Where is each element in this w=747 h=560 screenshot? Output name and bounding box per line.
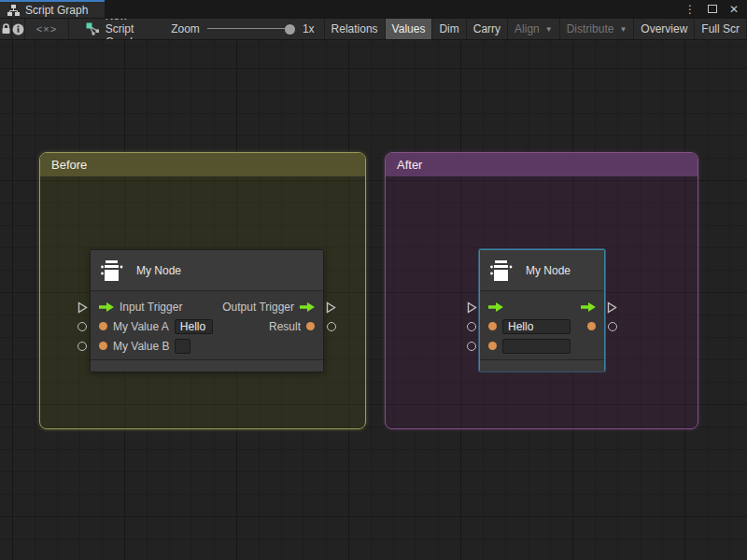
port-row-trigger: Input Trigger Output Trigger [91,297,323,316]
port-label-my-value-a: My Value A [113,320,169,333]
values-button[interactable]: Values [386,19,433,39]
value-output-port-icon[interactable] [587,322,596,330]
code-brackets-icon: <×> [36,23,57,35]
distribute-label: Distribute [567,22,614,35]
lock-icon [1,23,11,35]
value-output-port-icon[interactable] [306,322,315,330]
node-before-footer [91,359,323,371]
fullscreen-button[interactable]: Full Scr [695,19,747,39]
value-input-port-icon[interactable] [488,342,497,350]
dim-button[interactable]: Dim [432,19,466,39]
tab-script-graph[interactable]: Script Graph [0,0,105,18]
external-flow-output-icon[interactable] [326,301,336,314]
align-dropdown[interactable]: Align ▼ [508,19,560,39]
zoom-slider[interactable] [207,23,295,35]
zoom-control: Zoom 1x [171,19,314,39]
group-before-label: Before [51,158,87,172]
flow-input-port-icon[interactable] [488,302,503,312]
graph-canvas[interactable]: Before After My Node [0,40,747,560]
info-button[interactable] [12,19,25,39]
port-label-result: Result [269,320,301,333]
tab-title: Script Graph [25,4,88,17]
overview-label: Overview [641,22,687,35]
close-icon[interactable]: ✕ [729,4,739,15]
group-after-label: After [397,158,422,172]
kebab-menu-icon[interactable]: ⋮ [684,4,696,15]
tab-strip: Script Graph ⋮ ✕ [0,0,747,18]
lock-button[interactable] [0,19,12,39]
flow-input-port-icon[interactable] [99,302,114,312]
node-title: My Node [526,264,571,277]
toolbar-toggles: Relations Values Dim Carry Align ▼ Distr… [324,19,747,39]
port-row-value-b [480,336,604,356]
carry-button[interactable]: Carry [467,19,508,39]
script-graph-window: Script Graph ⋮ ✕ <×> [0,0,747,560]
new-script-graph-label: New Script Graph [106,18,144,40]
flow-output-port-icon[interactable] [581,302,596,312]
distribute-dropdown[interactable]: Distribute ▼ [560,19,635,39]
node-before-body: Input Trigger Output Trigger My Value A … [91,291,323,359]
node-title: My Node [136,264,181,277]
flow-output-port-icon[interactable] [300,302,315,312]
relations-button[interactable]: Relations [324,19,386,39]
value-input-port-icon[interactable] [488,322,497,330]
external-flow-input-icon[interactable] [78,301,88,314]
zoom-slider-track [207,28,295,29]
chevron-down-icon: ▼ [619,25,627,34]
graph-toolbar: <×> New Script Graph Zoom 1x Relations V… [0,18,747,40]
value-b-input[interactable] [175,339,190,354]
unit-node-icon [489,259,514,283]
external-value-input-icon[interactable] [467,322,476,331]
value-input-port-icon[interactable] [99,342,107,350]
overview-button[interactable]: Overview [634,19,695,39]
external-value-input-icon[interactable] [78,342,87,351]
relations-label: Relations [331,22,378,35]
carry-label: Carry [473,22,500,35]
port-row-value-b: My Value B [91,336,323,356]
external-value-output-icon[interactable] [608,322,617,331]
zoom-label: Zoom [171,22,200,35]
node-before-header[interactable]: My Node [91,250,323,291]
value-input-port-icon[interactable] [99,322,107,330]
value-b-input[interactable] [502,339,571,354]
port-row-value-a [480,316,604,336]
graph-hierarchy-icon [7,5,20,16]
value-a-input[interactable] [175,319,213,334]
maximize-icon[interactable] [708,5,717,13]
node-my-node-after[interactable]: My Node [479,249,605,371]
group-before-header[interactable]: Before [40,153,365,176]
values-label: Values [392,22,426,35]
port-row-value-a: My Value A Result [91,316,323,336]
edit-source-button[interactable]: <×> [25,19,68,39]
port-label-my-value-b: My Value B [113,340,169,353]
node-after-header[interactable]: My Node [480,250,604,291]
node-my-node-before[interactable]: My Node Input Trigger Output Trigger My … [90,249,324,372]
unit-node-icon [100,259,124,283]
external-value-input-icon[interactable] [78,322,87,331]
zoom-value: 1x [303,22,315,35]
port-row-trigger [480,297,604,316]
align-label: Align [514,22,540,35]
info-icon [12,23,24,35]
group-after-header[interactable]: After [386,153,698,176]
new-script-graph-button[interactable]: New Script Graph [80,19,149,39]
port-label-input-trigger: Input Trigger [120,301,182,314]
node-after-footer [480,359,604,371]
external-flow-input-icon[interactable] [467,301,477,314]
new-graph-icon [86,22,100,35]
external-flow-output-icon[interactable] [607,301,617,314]
zoom-slider-handle[interactable] [285,24,295,35]
external-value-input-icon[interactable] [467,342,476,351]
window-controls: ⋮ ✕ [684,0,747,18]
node-after-body [480,291,604,359]
fullscreen-label: Full Scr [701,22,740,35]
port-label-output-trigger: Output Trigger [222,301,294,314]
external-value-output-icon[interactable] [327,322,336,331]
value-a-input[interactable] [502,319,571,334]
chevron-down-icon: ▼ [545,25,553,34]
dim-label: Dim [439,22,458,35]
